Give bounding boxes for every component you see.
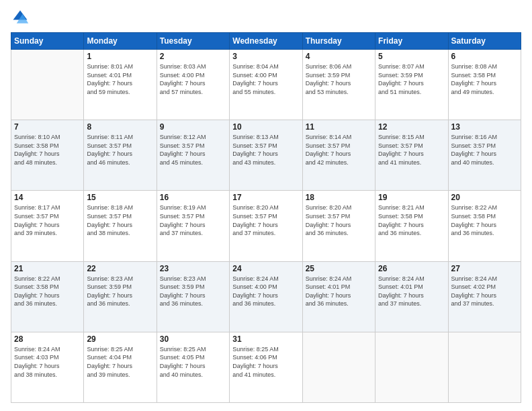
day-info: Sunrise: 8:24 AM Sunset: 4:01 PM Dayligh… — [378, 275, 445, 308]
day-number: 2 — [160, 52, 226, 61]
day-number: 16 — [160, 193, 226, 202]
calendar-cell: 29Sunrise: 8:25 AM Sunset: 4:04 PM Dayli… — [84, 332, 157, 402]
day-number: 17 — [232, 193, 299, 202]
calendar-cell: 19Sunrise: 8:21 AM Sunset: 3:58 PM Dayli… — [375, 191, 448, 261]
day-info: Sunrise: 8:25 AM Sunset: 4:05 PM Dayligh… — [160, 345, 226, 379]
calendar-header-row: SundayMondayTuesdayWednesdayThursdayFrid… — [11, 33, 521, 50]
calendar-cell: 6Sunrise: 8:08 AM Sunset: 3:58 PM Daylig… — [448, 50, 521, 120]
calendar-cell: 12Sunrise: 8:15 AM Sunset: 3:57 PM Dayli… — [375, 120, 448, 191]
day-info: Sunrise: 8:24 AM Sunset: 4:02 PM Dayligh… — [451, 275, 518, 308]
day-info: Sunrise: 8:07 AM Sunset: 3:59 PM Dayligh… — [378, 62, 445, 96]
calendar-cell: 31Sunrise: 8:25 AM Sunset: 4:06 PM Dayli… — [230, 332, 302, 402]
calendar-cell — [302, 332, 375, 402]
day-info: Sunrise: 8:10 AM Sunset: 3:58 PM Dayligh… — [14, 133, 81, 167]
day-number: 20 — [451, 193, 518, 202]
calendar-cell: 16Sunrise: 8:19 AM Sunset: 3:57 PM Dayli… — [157, 191, 229, 261]
calendar-cell — [375, 332, 448, 402]
day-info: Sunrise: 8:16 AM Sunset: 3:57 PM Dayligh… — [451, 133, 518, 167]
day-number: 4 — [306, 52, 372, 61]
day-info: Sunrise: 8:12 AM Sunset: 3:57 PM Dayligh… — [160, 133, 226, 167]
day-info: Sunrise: 8:20 AM Sunset: 3:57 PM Dayligh… — [232, 203, 299, 237]
day-number: 19 — [378, 193, 445, 202]
day-number: 31 — [232, 334, 299, 344]
calendar-cell: 23Sunrise: 8:23 AM Sunset: 3:59 PM Dayli… — [157, 261, 229, 332]
calendar-cell: 17Sunrise: 8:20 AM Sunset: 3:57 PM Dayli… — [230, 191, 302, 261]
day-number: 21 — [14, 264, 81, 273]
calendar-cell: 13Sunrise: 8:16 AM Sunset: 3:57 PM Dayli… — [448, 120, 521, 191]
calendar-cell: 25Sunrise: 8:24 AM Sunset: 4:01 PM Dayli… — [302, 261, 375, 332]
calendar-cell: 14Sunrise: 8:17 AM Sunset: 3:57 PM Dayli… — [11, 191, 84, 261]
day-number: 11 — [306, 122, 372, 132]
day-number: 29 — [87, 334, 153, 344]
day-number: 13 — [451, 122, 518, 132]
calendar-day-header: Sunday — [11, 33, 84, 50]
calendar-cell: 27Sunrise: 8:24 AM Sunset: 4:02 PM Dayli… — [448, 261, 521, 332]
calendar-week-row: 28Sunrise: 8:24 AM Sunset: 4:03 PM Dayli… — [11, 332, 521, 402]
calendar-cell: 24Sunrise: 8:24 AM Sunset: 4:00 PM Dayli… — [230, 261, 302, 332]
calendar-cell: 11Sunrise: 8:14 AM Sunset: 3:57 PM Dayli… — [302, 120, 375, 191]
day-info: Sunrise: 8:01 AM Sunset: 4:01 PM Dayligh… — [87, 62, 153, 96]
calendar-cell: 26Sunrise: 8:24 AM Sunset: 4:01 PM Dayli… — [375, 261, 448, 332]
calendar-cell: 10Sunrise: 8:13 AM Sunset: 3:57 PM Dayli… — [230, 120, 302, 191]
day-info: Sunrise: 8:20 AM Sunset: 3:57 PM Dayligh… — [306, 203, 372, 237]
day-number: 5 — [378, 52, 445, 61]
calendar-week-row: 21Sunrise: 8:22 AM Sunset: 3:58 PM Dayli… — [11, 261, 521, 332]
day-number: 3 — [232, 52, 299, 61]
calendar-day-header: Thursday — [302, 33, 375, 50]
calendar-cell: 15Sunrise: 8:18 AM Sunset: 3:57 PM Dayli… — [84, 191, 157, 261]
calendar-cell: 30Sunrise: 8:25 AM Sunset: 4:05 PM Dayli… — [157, 332, 229, 402]
day-info: Sunrise: 8:19 AM Sunset: 3:57 PM Dayligh… — [160, 203, 226, 237]
day-info: Sunrise: 8:21 AM Sunset: 3:58 PM Dayligh… — [378, 203, 445, 237]
day-number: 15 — [87, 193, 153, 202]
calendar-cell: 22Sunrise: 8:23 AM Sunset: 3:59 PM Dayli… — [84, 261, 157, 332]
day-number: 28 — [14, 334, 81, 344]
calendar-cell — [448, 332, 521, 402]
day-info: Sunrise: 8:15 AM Sunset: 3:57 PM Dayligh… — [378, 133, 445, 167]
day-info: Sunrise: 8:24 AM Sunset: 4:03 PM Dayligh… — [14, 345, 81, 379]
day-number: 6 — [451, 52, 518, 61]
calendar-cell: 4Sunrise: 8:06 AM Sunset: 3:59 PM Daylig… — [302, 50, 375, 120]
day-info: Sunrise: 8:14 AM Sunset: 3:57 PM Dayligh… — [306, 133, 372, 167]
calendar-cell: 8Sunrise: 8:11 AM Sunset: 3:57 PM Daylig… — [84, 120, 157, 191]
calendar-cell: 5Sunrise: 8:07 AM Sunset: 3:59 PM Daylig… — [375, 50, 448, 120]
calendar-cell: 20Sunrise: 8:22 AM Sunset: 3:58 PM Dayli… — [448, 191, 521, 261]
page: SundayMondayTuesdayWednesdayThursdayFrid… — [0, 0, 532, 411]
logo-icon — [11, 8, 30, 27]
calendar-day-header: Tuesday — [157, 33, 229, 50]
calendar-table: SundayMondayTuesdayWednesdayThursdayFrid… — [11, 32, 521, 403]
logo — [11, 8, 32, 27]
day-info: Sunrise: 8:22 AM Sunset: 3:58 PM Dayligh… — [451, 203, 518, 237]
day-number: 14 — [14, 193, 81, 202]
calendar-week-row: 14Sunrise: 8:17 AM Sunset: 3:57 PM Dayli… — [11, 191, 521, 261]
day-info: Sunrise: 8:22 AM Sunset: 3:58 PM Dayligh… — [14, 275, 81, 308]
day-number: 7 — [14, 122, 81, 132]
day-number: 9 — [160, 122, 226, 132]
day-info: Sunrise: 8:18 AM Sunset: 3:57 PM Dayligh… — [87, 203, 153, 237]
day-number: 30 — [160, 334, 226, 344]
day-info: Sunrise: 8:24 AM Sunset: 4:00 PM Dayligh… — [232, 275, 299, 308]
day-number: 10 — [232, 122, 299, 132]
day-number: 12 — [378, 122, 445, 132]
calendar-day-header: Friday — [375, 33, 448, 50]
calendar-cell — [11, 50, 84, 120]
day-info: Sunrise: 8:23 AM Sunset: 3:59 PM Dayligh… — [160, 275, 226, 308]
day-number: 18 — [306, 193, 372, 202]
day-info: Sunrise: 8:03 AM Sunset: 4:00 PM Dayligh… — [160, 62, 226, 96]
header — [11, 8, 521, 27]
calendar-cell: 7Sunrise: 8:10 AM Sunset: 3:58 PM Daylig… — [11, 120, 84, 191]
day-info: Sunrise: 8:17 AM Sunset: 3:57 PM Dayligh… — [14, 203, 81, 237]
calendar-day-header: Saturday — [448, 33, 521, 50]
calendar-cell: 3Sunrise: 8:04 AM Sunset: 4:00 PM Daylig… — [230, 50, 302, 120]
day-number: 23 — [160, 264, 226, 273]
calendar-cell: 1Sunrise: 8:01 AM Sunset: 4:01 PM Daylig… — [84, 50, 157, 120]
calendar-cell: 2Sunrise: 8:03 AM Sunset: 4:00 PM Daylig… — [157, 50, 229, 120]
day-info: Sunrise: 8:25 AM Sunset: 4:06 PM Dayligh… — [232, 345, 299, 379]
day-info: Sunrise: 8:06 AM Sunset: 3:59 PM Dayligh… — [306, 62, 372, 96]
calendar-cell: 9Sunrise: 8:12 AM Sunset: 3:57 PM Daylig… — [157, 120, 229, 191]
day-info: Sunrise: 8:11 AM Sunset: 3:57 PM Dayligh… — [87, 133, 153, 167]
calendar-day-header: Wednesday — [230, 33, 302, 50]
calendar-cell: 21Sunrise: 8:22 AM Sunset: 3:58 PM Dayli… — [11, 261, 84, 332]
day-info: Sunrise: 8:24 AM Sunset: 4:01 PM Dayligh… — [306, 275, 372, 308]
day-number: 27 — [451, 264, 518, 273]
calendar-week-row: 1Sunrise: 8:01 AM Sunset: 4:01 PM Daylig… — [11, 50, 521, 120]
